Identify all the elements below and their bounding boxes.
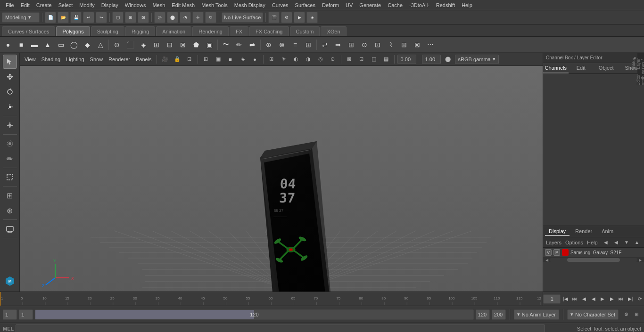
color-value[interactable]: 0.00 <box>397 55 416 64</box>
scroll-left-button[interactable]: ◀ <box>544 257 550 263</box>
scroll-right-button[interactable]: ▶ <box>637 257 643 263</box>
menu-mesh-tools[interactable]: Mesh Tools <box>198 1 230 9</box>
right-tab-attribute-editor[interactable]: Attribute Editor <box>637 69 644 86</box>
select-tool-button[interactable] <box>3 55 17 69</box>
tab-xgen[interactable]: XGen <box>321 26 346 36</box>
tab-sculpting[interactable]: Sculpting <box>91 26 124 36</box>
menu-file[interactable]: File <box>3 1 17 9</box>
xray-button[interactable]: ⊡ <box>356 54 367 65</box>
options-menu[interactable]: Options <box>565 240 583 245</box>
tab-fx[interactable]: FX <box>230 26 248 36</box>
display-mode2-button[interactable]: ■ <box>225 54 236 65</box>
layer-visible-checkbox[interactable]: V <box>545 249 552 256</box>
menu-uv[interactable]: UV <box>343 1 355 9</box>
anim-extra-button[interactable]: ⊞ <box>632 310 641 319</box>
renderer-menu[interactable]: Renderer <box>107 56 132 63</box>
bevel-button[interactable]: ◈ <box>137 39 149 51</box>
snap-button[interactable]: ⊛ <box>276 39 288 51</box>
redo-button[interactable]: ↪ <box>96 12 107 23</box>
menu-windows[interactable]: Windows <box>122 1 149 9</box>
convert-button[interactable]: ⇄ <box>319 39 331 51</box>
depth-toggle-button[interactable]: ⊙ <box>328 54 338 65</box>
extra3-button[interactable]: ⋯ <box>424 39 437 51</box>
extra1-button[interactable]: ⊞ <box>398 39 410 51</box>
isolate-button[interactable]: ⊠ <box>344 54 355 65</box>
mirror-button[interactable]: ⇌ <box>246 39 258 51</box>
wrap-button[interactable]: ⊡ <box>372 39 384 51</box>
mel-input[interactable] <box>16 324 545 332</box>
viewport[interactable]: View Shading Lighting Show Renderer Pane… <box>20 53 543 292</box>
combine-button[interactable]: ⊞ <box>150 39 163 51</box>
timeline[interactable]: 1 5 10 15 20 25 30 35 40 45 50 <box>0 292 644 306</box>
smooth-shade-button[interactable]: ● <box>250 54 260 65</box>
right-tab-channel-box[interactable]: Channel Box / Layer Editor <box>637 53 644 69</box>
menu-curves[interactable]: Curves <box>269 1 291 9</box>
layer-arrow-left[interactable]: ◀ <box>602 238 610 247</box>
torus-button[interactable]: ◯ <box>68 39 80 51</box>
scroll-thumb[interactable] <box>567 258 620 262</box>
soft-select-button[interactable] <box>3 137 17 151</box>
render-settings-button[interactable]: ⚙ <box>281 12 292 23</box>
ao-toggle-button[interactable]: ◑ <box>303 54 314 65</box>
frame-current-field[interactable]: 1 <box>19 309 33 320</box>
wire-button[interactable]: ⌇ <box>385 39 397 51</box>
universal-manip-button[interactable] <box>3 118 17 132</box>
goto-start-button[interactable]: |◀ <box>561 294 570 304</box>
rotate-button[interactable]: ↻ <box>205 12 216 23</box>
menu-mesh[interactable]: Mesh <box>149 1 168 9</box>
lasso-select-button[interactable]: ◎ <box>154 12 165 23</box>
display-mode1-button[interactable]: ▣ <box>213 54 223 65</box>
char-set-dropdown[interactable]: ▾ No Character Set <box>567 309 619 320</box>
separate-button[interactable]: ⊟ <box>164 39 176 51</box>
prev-frame-button[interactable]: ◀ <box>580 294 589 304</box>
undo-button[interactable]: ↩ <box>83 12 94 23</box>
edit-tab[interactable]: Edit <box>569 63 594 73</box>
prism-button[interactable]: ◆ <box>81 39 93 51</box>
anim-settings-button[interactable]: ⚙ <box>621 310 631 319</box>
tab-animation[interactable]: Animation <box>156 26 191 36</box>
menu-cache[interactable]: Cache <box>385 1 405 9</box>
camera-fit-button[interactable]: ⊡ <box>184 54 195 65</box>
snap-points-button[interactable]: ⊕ <box>3 203 17 218</box>
channels-tab[interactable]: Channels <box>543 63 569 73</box>
sculpt-button[interactable]: ✏ <box>233 39 245 51</box>
menu-display[interactable]: Display <box>99 1 121 9</box>
menu-select[interactable]: Select <box>56 1 76 9</box>
current-frame-display[interactable]: 1 <box>543 294 561 304</box>
menu-modify[interactable]: Modify <box>76 1 97 9</box>
select-hierarchy-button[interactable]: ⊞ <box>125 12 136 23</box>
object-tab[interactable]: Object <box>594 63 619 73</box>
layer-scrollbar[interactable]: ◀ ▶ <box>543 258 644 262</box>
step-back-button[interactable]: ⏮ <box>570 294 579 304</box>
menu-mesh-display[interactable]: Mesh Display <box>231 1 268 9</box>
lighting-toggle-button[interactable]: ☀ <box>279 54 289 65</box>
anim-layer-dropdown[interactable]: ▾ No Anim Layer <box>514 309 559 320</box>
play-forward-button[interactable]: ▶ <box>598 294 607 304</box>
save-file-button[interactable]: 💾 <box>70 12 82 23</box>
shading-menu[interactable]: Shading <box>40 56 62 63</box>
tab-custom[interactable]: Custom <box>290 26 320 36</box>
render-tab[interactable]: Render <box>571 227 596 236</box>
goto-end-button[interactable]: ▶| <box>626 294 635 304</box>
loop-button[interactable]: ⊙ <box>111 39 123 51</box>
rect-select-button[interactable] <box>3 170 17 184</box>
move-button[interactable]: ✛ <box>192 12 204 23</box>
menu-deform[interactable]: Deform <box>319 1 342 9</box>
panels-menu[interactable]: Panels <box>134 56 154 63</box>
menu-redshift[interactable]: Redshift <box>433 1 458 9</box>
tab-rendering[interactable]: Rendering <box>192 26 229 36</box>
new-file-button[interactable]: 📄 <box>45 12 56 23</box>
layer-arrow-right[interactable]: ◀ <box>612 238 620 247</box>
show-menu[interactable]: Show <box>88 56 105 63</box>
rotate-tool-button[interactable] <box>3 85 17 99</box>
render-view-button[interactable]: 🎬 <box>268 12 280 23</box>
mode-dropdown[interactable]: Modeling ▾ <box>2 12 40 23</box>
grid-toggle-button[interactable]: ⊞ <box>266 54 277 65</box>
cluster-button[interactable]: ⊙ <box>358 39 371 51</box>
transfer-button[interactable]: ⇒ <box>332 39 344 51</box>
soft-select-button[interactable]: ◔ <box>180 12 191 23</box>
alpha-value[interactable]: 1.00 <box>422 55 441 64</box>
snap-grid-button[interactable]: ⊞ <box>3 188 17 202</box>
move-tool-button[interactable] <box>3 70 17 84</box>
cube-button[interactable]: ■ <box>15 39 27 51</box>
